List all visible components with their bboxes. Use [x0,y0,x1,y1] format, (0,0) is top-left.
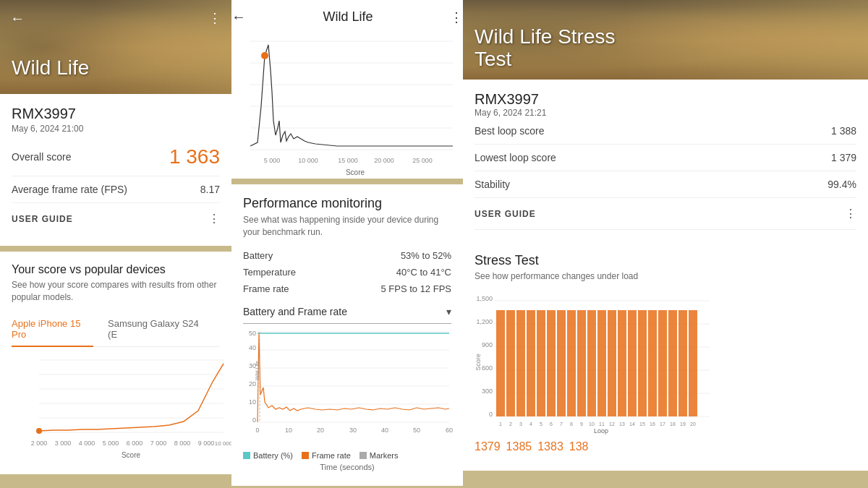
score-row: Overall score 1 363 [12,145,220,176]
share-icon[interactable]: ⋮ [208,10,221,26]
svg-rect-64 [496,310,505,416]
svg-text:10: 10 [589,421,595,427]
svg-text:10 000: 10 000 [215,440,231,447]
svg-rect-79 [648,310,657,416]
panel3-device-name: RMX3997 [475,91,856,108]
panel2-top: ← Wild Life ⋮ 5 000 10 000 15 000 [231,0,463,179]
legend-markers: Markers [359,451,399,460]
battery-legend-color [243,452,250,459]
svg-text:1: 1 [499,421,502,427]
stress-chart: Score 0 300 600 900 1,200 1,500 [475,290,856,435]
svg-rect-68 [537,310,545,416]
svg-rect-72 [577,310,586,416]
chart-legend: Battery (%) Frame rate Markers [243,445,451,463]
legend-battery: Battery (%) [243,451,293,460]
temperature-value: 40°C to 41°C [396,267,451,278]
svg-text:10: 10 [249,398,256,406]
svg-text:14: 14 [629,421,635,427]
svg-rect-73 [587,310,596,416]
svg-rect-65 [506,310,515,416]
svg-text:20: 20 [317,427,324,434]
stability-row: Stability 99.4% [475,171,856,198]
svg-text:600: 600 [482,364,493,372]
svg-text:2: 2 [509,421,512,427]
svg-text:25 000: 25 000 [412,157,433,164]
svg-rect-83 [689,310,697,416]
svg-text:50: 50 [413,427,420,434]
stress-title: Stress Test [475,253,856,268]
device-date: May 6, 2024 21:00 [12,124,220,134]
svg-rect-69 [547,310,556,416]
user-guide-row: USER GUIDE ⋮ [12,203,220,234]
score-distribution-chart: 5 000 10 000 15 000 20 000 25 000 Score [231,34,463,179]
panel3-device-date: May 6, 2024 21:21 [475,108,856,118]
svg-text:8 000: 8 000 [174,440,191,447]
panel-performance-monitoring: ← Wild Life ⋮ 5 000 10 000 15 000 [231,0,463,488]
svg-rect-74 [597,310,606,416]
panel2-title: Wild Life [323,9,373,25]
dropdown-label: Battery and Frame rate [243,306,347,317]
svg-text:16: 16 [650,421,655,427]
stability-value: 99.4% [827,179,856,190]
svg-text:5: 5 [540,421,542,427]
svg-rect-80 [658,310,667,416]
svg-text:15: 15 [639,421,645,427]
tab-iphone[interactable]: Apple iPhone 15 Pro [12,312,93,347]
guide-share-icon[interactable]: ⋮ [208,212,220,226]
stress-subtitle: See how performance changes under load [475,271,856,281]
svg-rect-81 [668,310,677,416]
svg-text:3 000: 3 000 [55,440,72,447]
best-loop-value: 1 388 [831,125,856,137]
svg-rect-66 [516,310,525,416]
bottom-score-3: 1383 [537,440,563,453]
svg-text:1,500: 1,500 [476,295,493,302]
bottom-score-1: 1379 [475,440,501,453]
framerate-value: 5 FPS to 12 FPS [380,283,451,294]
panel2-share-icon[interactable]: ⋮ [450,9,463,25]
fps-row: Average frame rate (FPS) 8.17 [12,176,220,203]
svg-text:40: 40 [381,427,388,434]
svg-text:11: 11 [599,421,605,427]
battery-value: 53% to 52% [401,250,451,261]
panel3-user-guide-label[interactable]: USER GUIDE [475,209,536,219]
svg-text:19: 19 [680,421,686,427]
time-axis-label: Time (seconds) [243,463,451,474]
svg-rect-70 [557,310,566,416]
svg-text:5 000: 5 000 [264,157,281,164]
svg-text:6 000: 6 000 [127,440,143,447]
panel-wildlife-result: ← ⋮ Wild Life RMX3997 May 6, 2024 21:00 … [0,0,231,488]
svg-point-6 [36,428,42,434]
hero-title: Wild Life [12,56,89,80]
best-loop-row: Best loop score 1 388 [475,118,856,145]
svg-rect-71 [567,310,576,416]
battery-row: Battery 53% to 52% [243,247,451,264]
overall-score-label: Overall score [12,151,71,163]
framerate-label: Frame rate [243,283,289,294]
svg-text:7: 7 [560,421,563,427]
svg-text:3: 3 [519,421,522,427]
svg-text:8: 8 [570,421,573,427]
svg-text:0: 0 [252,416,256,424]
svg-text:4: 4 [529,421,532,427]
svg-text:4 000: 4 000 [79,440,95,447]
panel3-content: RMX3997 May 6, 2024 21:21 Best loop scor… [463,80,868,471]
panel2-back-icon[interactable]: ← [231,9,246,25]
user-guide-label[interactable]: USER GUIDE [12,214,73,224]
panel3-share-icon[interactable]: ⋮ [845,207,856,221]
svg-text:20 000: 20 000 [374,157,394,164]
bottom-score-4: 138 [569,440,589,453]
svg-text:Loop: Loop [594,427,608,435]
svg-text:20: 20 [690,421,696,427]
stress-section: Stress Test See how performance changes … [463,241,868,471]
panel3-hero-banner: Wild Life StressTest [463,0,868,80]
svg-text:15 000: 15 000 [338,157,358,164]
back-icon[interactable]: ← [10,10,25,27]
battery-legend-label: Battery (%) [253,451,293,460]
tab-samsung[interactable]: Samsung Galaxy S24 (E [108,312,205,346]
markers-legend-color [359,452,367,459]
svg-text:30: 30 [349,427,357,434]
svg-text:Score: Score [122,451,141,459]
comparison-chart: 2 000 3 000 4 000 5 000 6 000 7 000 8 00… [12,347,220,463]
dropdown-row[interactable]: Battery and Frame rate ▾ [243,306,451,324]
svg-text:20: 20 [249,380,256,388]
